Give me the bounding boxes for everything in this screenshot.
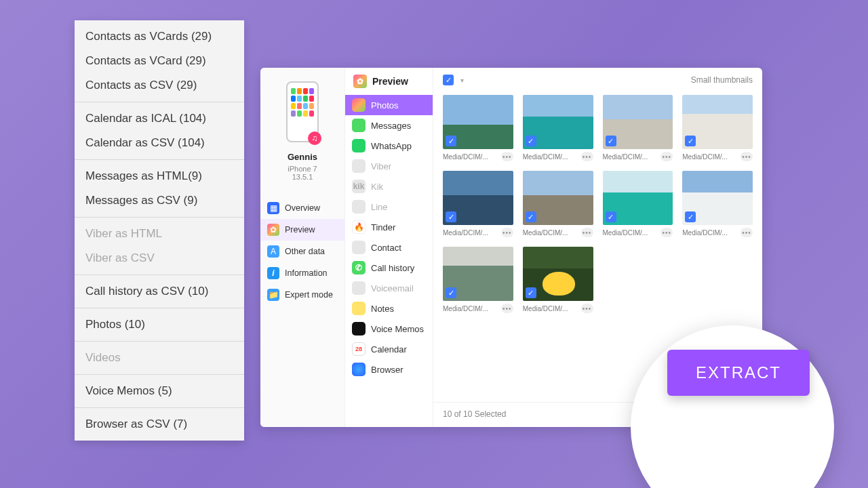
thumbnail-more-icon[interactable]: ••• bbox=[501, 228, 513, 237]
thumbnail-checkbox[interactable]: ✓ bbox=[526, 136, 536, 146]
category-call-history[interactable]: ✆Call history bbox=[345, 258, 433, 278]
device-nav-other-data[interactable]: AOther data bbox=[260, 241, 344, 262]
device-ios: 13.5.1 bbox=[292, 173, 313, 181]
thumbnail-path: Media/DCIM/... bbox=[682, 229, 728, 237]
export-option[interactable]: Photos (10) bbox=[75, 312, 244, 337]
category-label: Tinder bbox=[371, 222, 395, 232]
category-notes[interactable]: Notes bbox=[345, 298, 433, 319]
thumbnail-checkbox[interactable]: ✓ bbox=[685, 211, 696, 222]
category-label: Voiceemail bbox=[371, 283, 414, 293]
select-all-checkbox[interactable]: ✓ bbox=[443, 75, 454, 85]
category-whatsapp[interactable]: WhatsApp bbox=[345, 136, 433, 156]
thumbnail-mode-label[interactable]: Small thumbnails bbox=[691, 75, 753, 85]
photo-thumbnail[interactable]: ✓Media/DCIM/...••• bbox=[443, 247, 513, 313]
category-viber[interactable]: Viber bbox=[345, 156, 433, 176]
export-option[interactable]: Contacts as CSV (29) bbox=[75, 73, 244, 98]
photo-thumbnail[interactable]: ✓Media/DCIM/...••• bbox=[443, 95, 513, 161]
export-option[interactable]: Browser as CSV (7) bbox=[75, 412, 244, 436]
device-nav-expert-mode[interactable]: 📁Expert mode bbox=[260, 284, 344, 306]
viber-icon bbox=[352, 159, 366, 173]
extract-button[interactable]: EXTRACT bbox=[667, 350, 810, 396]
thumbnail-image: ✓ bbox=[523, 171, 593, 225]
category-contact[interactable]: Contact bbox=[345, 237, 433, 258]
device-nav-overview[interactable]: ▦Overview bbox=[260, 197, 344, 219]
other-icon: A bbox=[267, 245, 279, 258]
category-browser[interactable]: Browser bbox=[345, 359, 433, 380]
thumbnail-checkbox[interactable]: ✓ bbox=[446, 136, 456, 146]
category-label: Call history bbox=[371, 263, 414, 273]
thumbnail-more-icon[interactable]: ••• bbox=[501, 152, 513, 161]
thumbnail-checkbox[interactable]: ✓ bbox=[685, 136, 696, 146]
export-option[interactable]: Contacts as VCards (29) bbox=[75, 24, 244, 49]
photo-thumbnail[interactable]: ✓Media/DCIM/...••• bbox=[682, 171, 753, 237]
export-option[interactable]: Messages as CSV (9) bbox=[75, 188, 244, 213]
thumbnail-checkbox[interactable]: ✓ bbox=[446, 287, 456, 298]
photo-thumbnail[interactable]: ✓Media/DCIM/...••• bbox=[523, 95, 593, 161]
thumbnail-more-icon[interactable]: ••• bbox=[660, 152, 673, 161]
category-voiceemail[interactable]: Voiceemail bbox=[345, 278, 433, 298]
thumbnail-more-icon[interactable]: ••• bbox=[581, 228, 593, 237]
device-nav-label: Overview bbox=[285, 203, 320, 213]
device-nav-label: Expert mode bbox=[285, 290, 333, 300]
thumbnail-checkbox[interactable]: ✓ bbox=[446, 211, 456, 222]
thumbnail-checkbox[interactable]: ✓ bbox=[606, 211, 616, 222]
category-photos[interactable]: Photos bbox=[345, 95, 433, 115]
category-voice-memos[interactable]: Voice Memos bbox=[345, 319, 433, 339]
category-label: Voice Memos bbox=[371, 324, 424, 334]
export-option: Viber as CSV bbox=[75, 246, 244, 270]
category-line[interactable]: Line bbox=[345, 197, 433, 217]
photo-thumbnail[interactable]: ✓Media/DCIM/...••• bbox=[682, 95, 753, 161]
thumbnail-more-icon[interactable]: ••• bbox=[741, 152, 753, 161]
export-option[interactable]: Contacts as VCard (29) bbox=[75, 49, 244, 73]
thumbnail-image: ✓ bbox=[682, 171, 753, 225]
export-option[interactable]: Messages as HTML(9) bbox=[75, 164, 244, 188]
photo-thumbnail[interactable]: ✓Media/DCIM/...••• bbox=[523, 171, 593, 237]
messages-icon bbox=[352, 119, 366, 132]
photo-thumbnail[interactable]: ✓Media/DCIM/...••• bbox=[523, 247, 593, 313]
thumbnail-more-icon[interactable]: ••• bbox=[581, 152, 593, 161]
whatsapp-icon bbox=[352, 139, 366, 152]
content-toolbar: ✓ ▾ Small thumbnails bbox=[433, 68, 762, 92]
category-messages[interactable]: Messages bbox=[345, 115, 433, 136]
device-phone-icon: ♫ bbox=[286, 81, 319, 142]
category-calendar[interactable]: 28Calendar bbox=[345, 339, 433, 359]
thumbnail-more-icon[interactable]: ••• bbox=[660, 228, 673, 237]
thumbnail-image: ✓ bbox=[603, 171, 673, 225]
line-icon bbox=[352, 200, 366, 214]
export-option[interactable]: Voice Memos (5) bbox=[75, 379, 244, 403]
thumbnail-image: ✓ bbox=[603, 95, 673, 149]
thumbnail-more-icon[interactable]: ••• bbox=[741, 228, 753, 237]
select-dropdown-icon[interactable]: ▾ bbox=[460, 77, 464, 84]
thumbnail-checkbox[interactable]: ✓ bbox=[526, 211, 536, 222]
category-kik[interactable]: kikKik bbox=[345, 176, 433, 197]
category-label: Browser bbox=[371, 365, 403, 375]
thumbnail-image: ✓ bbox=[443, 171, 513, 225]
category-tinder[interactable]: 🔥Tinder bbox=[345, 217, 433, 237]
device-model: iPhone 7 bbox=[288, 165, 317, 173]
thumbnail-checkbox[interactable]: ✓ bbox=[606, 136, 616, 146]
category-label: Notes bbox=[371, 304, 394, 314]
photo-thumbnail[interactable]: ✓Media/DCIM/...••• bbox=[603, 95, 673, 161]
thumbnail-checkbox[interactable]: ✓ bbox=[526, 287, 536, 298]
voiceemail-icon bbox=[352, 281, 366, 295]
export-option[interactable]: Call history as CSV (10) bbox=[75, 279, 244, 304]
thumbnail-path: Media/DCIM/... bbox=[443, 305, 488, 312]
export-option[interactable]: Calendar as CSV (104) bbox=[75, 131, 244, 155]
kik-icon: kik bbox=[352, 180, 366, 193]
export-option[interactable]: Calendar as ICAL (104) bbox=[75, 106, 244, 131]
category-label: Line bbox=[371, 202, 388, 212]
thumbnail-path: Media/DCIM/... bbox=[443, 229, 488, 237]
device-nav-preview[interactable]: ✿Preview bbox=[260, 219, 344, 241]
folder-icon: 📁 bbox=[267, 289, 279, 301]
category-header: Preview bbox=[372, 76, 408, 87]
category-label: Calendar bbox=[371, 344, 407, 354]
thumbnail-more-icon[interactable]: ••• bbox=[501, 304, 513, 313]
device-nav-information[interactable]: iInformation bbox=[260, 262, 344, 284]
category-label: Messages bbox=[371, 121, 411, 131]
photo-thumbnail[interactable]: ✓Media/DCIM/...••• bbox=[603, 171, 673, 237]
photo-thumbnail[interactable]: ✓Media/DCIM/...••• bbox=[443, 171, 513, 237]
device-nav-label: Information bbox=[285, 268, 328, 278]
thumbnail-more-icon[interactable]: ••• bbox=[581, 304, 593, 313]
thumbnail-path: Media/DCIM/... bbox=[523, 229, 568, 237]
device-nav-label: Preview bbox=[285, 225, 315, 235]
